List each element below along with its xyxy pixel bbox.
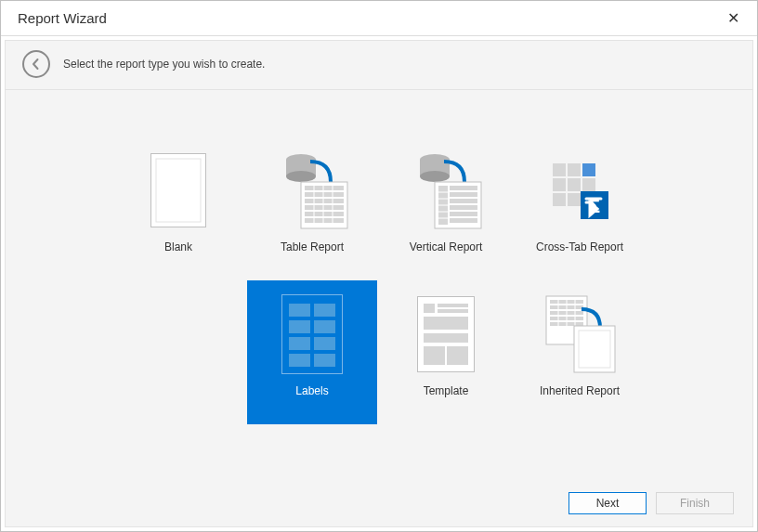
svg-rect-37 — [553, 193, 566, 206]
vertical-report-icon — [407, 148, 485, 233]
tile-template[interactable]: Template — [381, 280, 511, 424]
tile-label: Table Report — [281, 240, 344, 253]
instruction-bar: Select the report type you wish to creat… — [6, 41, 752, 90]
tile-label: Cross-Tab Report — [536, 240, 623, 253]
svg-rect-33 — [582, 163, 595, 176]
svg-rect-22 — [450, 199, 477, 203]
svg-rect-53 — [438, 309, 468, 313]
svg-rect-51 — [424, 304, 435, 313]
tile-labels[interactable]: Labels — [247, 280, 377, 424]
svg-rect-38 — [568, 193, 581, 206]
svg-point-4 — [286, 171, 316, 182]
svg-rect-35 — [568, 178, 581, 191]
svg-rect-47 — [314, 337, 335, 350]
svg-rect-8 — [305, 199, 344, 203]
svg-rect-9 — [305, 205, 344, 210]
tile-label: Template — [424, 384, 469, 397]
titlebar: Report Wizard ✕ — [1, 1, 757, 36]
svg-rect-23 — [450, 205, 477, 210]
spacer — [113, 280, 243, 424]
svg-rect-11 — [305, 218, 344, 223]
tile-label: Blank — [164, 240, 192, 253]
svg-rect-45 — [314, 320, 335, 333]
svg-rect-57 — [447, 346, 468, 365]
tile-label: Inherited Report — [540, 384, 620, 397]
svg-point-17 — [420, 171, 450, 182]
tile-blank[interactable]: Blank — [113, 136, 243, 280]
svg-rect-34 — [553, 178, 566, 191]
tile-crosstab-report[interactable]: Σ Cross-Tab Report — [515, 136, 645, 280]
finish-button: Finish — [656, 492, 734, 514]
instruction-text: Select the report type you wish to creat… — [63, 58, 265, 71]
svg-rect-46 — [289, 337, 310, 350]
report-type-grid: Blank — [6, 90, 752, 480]
svg-rect-56 — [424, 346, 445, 365]
svg-rect-49 — [314, 354, 335, 367]
wizard-content: Select the report type you wish to creat… — [5, 40, 753, 527]
svg-rect-55 — [424, 333, 468, 343]
tile-label: Labels — [295, 384, 328, 397]
svg-rect-10 — [305, 212, 344, 216]
wizard-window: Report Wizard ✕ Select the report type y… — [0, 0, 758, 532]
svg-rect-44 — [289, 320, 310, 333]
wizard-footer: Next Finish — [6, 480, 752, 526]
tile-label: Vertical Report — [410, 240, 483, 253]
svg-rect-21 — [450, 192, 477, 197]
template-icon — [407, 292, 485, 377]
blank-icon — [139, 148, 217, 233]
svg-rect-20 — [450, 186, 477, 190]
arrow-left-icon — [30, 58, 43, 71]
svg-rect-43 — [314, 304, 335, 317]
tile-inherited-report[interactable]: Inherited Report — [515, 280, 645, 424]
svg-rect-0 — [151, 154, 206, 227]
window-title: Report Wizard — [18, 10, 107, 26]
table-report-icon — [273, 148, 351, 233]
tile-vertical-report[interactable]: Vertical Report — [381, 136, 511, 280]
svg-rect-36 — [582, 178, 595, 191]
svg-text:Σ: Σ — [589, 196, 600, 216]
svg-rect-31 — [553, 163, 566, 176]
next-button[interactable]: Next — [568, 492, 647, 514]
svg-rect-54 — [424, 317, 468, 330]
svg-rect-7 — [305, 192, 344, 197]
svg-rect-48 — [289, 354, 310, 367]
svg-rect-25 — [450, 218, 477, 223]
inherited-icon — [541, 292, 619, 377]
svg-rect-52 — [438, 304, 468, 307]
svg-rect-42 — [289, 304, 310, 317]
tile-table-report[interactable]: Table Report — [247, 136, 377, 280]
close-icon[interactable]: ✕ — [714, 5, 751, 32]
svg-rect-24 — [450, 212, 477, 216]
svg-rect-67 — [574, 326, 615, 372]
back-button[interactable] — [22, 50, 50, 78]
svg-rect-32 — [568, 163, 581, 176]
labels-icon — [273, 292, 351, 377]
crosstab-icon: Σ — [541, 148, 619, 233]
svg-rect-6 — [305, 186, 344, 190]
